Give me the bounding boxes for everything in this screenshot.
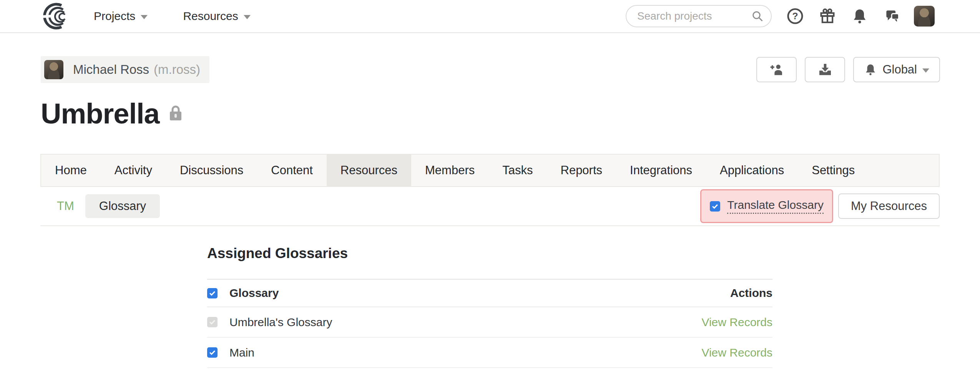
subtab-glossary[interactable]: Glossary [85,194,160,218]
tab-applications[interactable]: Applications [706,155,798,186]
app-window: Projects Resources ? [0,0,980,380]
top-navbar: Projects Resources ? [0,0,980,33]
row-checkbox-disabled [207,317,218,327]
view-records-link[interactable]: View Records [701,346,772,359]
resources-subnav: TM Glossary Translate Glossary My Resour… [40,187,940,226]
glossary-name: Main [229,346,254,359]
page-title: Umbrella [41,95,159,133]
glossaries-table: Glossary Actions Umbrella's Glossary Vie… [207,279,772,368]
my-resources-button[interactable]: My Resources [838,193,940,219]
help-button[interactable]: ? [786,7,804,25]
table-header-row: Glossary Actions [207,280,772,307]
search-icon[interactable] [752,10,763,22]
tab-integrations[interactable]: Integrations [616,155,706,186]
main-nav: Projects Resources [94,10,251,23]
tab-home[interactable]: Home [41,155,101,186]
svg-text:?: ? [792,11,798,21]
global-dropdown-label: Global [882,63,917,77]
check-icon [209,318,216,326]
chevron-down-icon [244,15,251,19]
tab-members[interactable]: Members [411,155,488,186]
check-icon [209,349,216,356]
nav-resources[interactable]: Resources [183,10,250,23]
nav-projects-label: Projects [94,10,135,23]
select-all-checkbox[interactable] [207,288,218,298]
add-user-icon [769,62,784,77]
search-box [626,5,772,27]
project-tabs: Home Activity Discussions Content Resour… [40,154,940,187]
translate-glossary-label[interactable]: Translate Glossary [727,198,824,214]
bell-icon [864,63,877,76]
column-glossary: Glossary [229,287,279,300]
lock-icon [168,105,183,122]
tab-settings[interactable]: Settings [798,155,869,186]
chevron-down-icon [922,68,929,73]
tab-reports[interactable]: Reports [547,155,616,186]
search-projects-input[interactable] [626,5,772,27]
owner-name: Michael Ross [73,62,149,77]
table-row: Main View Records [207,338,772,368]
tab-discussions[interactable]: Discussions [166,155,257,186]
tab-content[interactable]: Content [257,155,327,186]
owner-username: (m.ross) [154,62,200,77]
page-title-row: Umbrella [41,95,183,133]
view-records-link[interactable]: View Records [701,316,772,329]
nav-projects[interactable]: Projects [94,10,148,23]
table-row: Umbrella's Glossary View Records [207,307,772,338]
owner-avatar [44,60,63,79]
check-icon [209,290,216,297]
bell-icon [851,8,868,25]
glossary-name: Umbrella's Glossary [229,316,332,329]
profile-avatar[interactable] [914,6,935,27]
project-owner-chip[interactable]: Michael Ross (m.ross) [41,56,209,83]
gift-icon [819,8,836,25]
section-heading: Assigned Glossaries [207,245,772,262]
column-actions: Actions [730,287,772,300]
messages-button[interactable] [883,7,901,25]
tab-tasks[interactable]: Tasks [488,155,546,186]
chat-icon [884,8,900,25]
topbar-right-cluster: ? [626,5,935,27]
chevron-down-icon [141,15,148,19]
main-content: Assigned Glossaries Glossary Actions Umb… [207,226,772,368]
app-logo-icon[interactable] [41,3,71,30]
translate-glossary-highlight: Translate Glossary [700,189,833,223]
download-tray-icon [817,62,833,77]
notifications-button[interactable] [851,7,869,25]
project-actions: Global [756,57,940,82]
tab-activity[interactable]: Activity [101,155,166,186]
nav-resources-label: Resources [183,10,238,23]
check-icon [711,203,719,210]
invite-member-button[interactable] [756,57,797,82]
project-header-row: Michael Ross (m.ross) [41,56,940,83]
gifts-button[interactable] [819,7,836,25]
global-notifications-dropdown[interactable]: Global [853,57,940,82]
download-button[interactable] [805,57,845,82]
subnav-right: Translate Glossary My Resources [700,189,940,223]
subtab-tm[interactable]: TM [57,199,74,213]
row-checkbox[interactable] [207,347,218,358]
translate-glossary-checkbox[interactable] [710,201,720,212]
tab-resources[interactable]: Resources [327,155,411,186]
help-icon: ? [787,8,804,25]
